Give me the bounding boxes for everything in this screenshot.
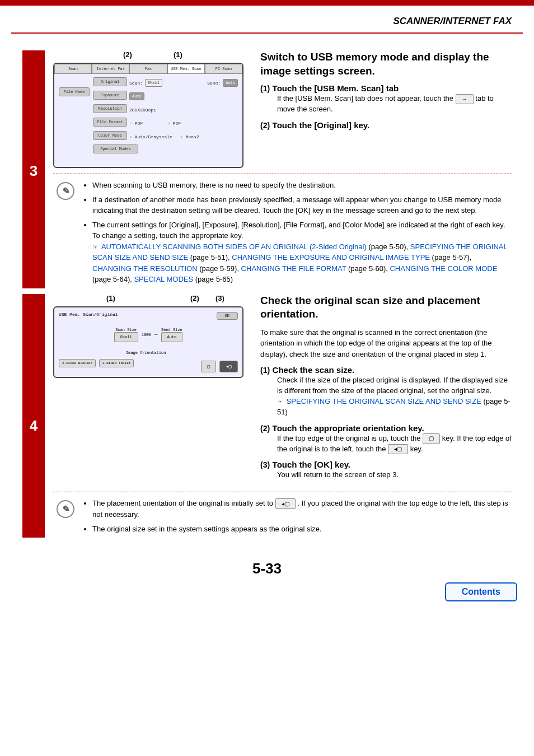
step4-title: Check the original scan size and placeme… [260, 294, 512, 321]
reference-icon: ☞ [277, 398, 283, 405]
callout-2: (2) [190, 294, 199, 302]
step3-title: Switch to USB memory mode and display th… [260, 50, 512, 78]
arrow-right-icon: → [456, 94, 474, 105]
orientation-up-icon: ▢ [423, 433, 440, 444]
callout-1: (1) [106, 294, 115, 302]
link-scan-send-size[interactable]: SPECIFYING THE ORIGINAL SCAN SIZE AND SE… [287, 397, 481, 405]
send-value: Auto [223, 79, 238, 87]
send-label: Send: [207, 81, 221, 86]
exposure-value: Auto [129, 92, 144, 100]
link-fileformat[interactable]: CHANGING THE FILE FORMAT [241, 264, 346, 273]
step4-sub1-title: Check the scan size. [273, 365, 355, 375]
original-panel: USB Mem. Scan/Original OK Scan Size 8½x1… [53, 306, 243, 378]
note-item: The original size set in the system sett… [92, 524, 512, 535]
step3-sub1-text-a: If the [USB Mem. Scan] tab does not appe… [277, 94, 456, 102]
color-mode-button[interactable]: Color Mode [93, 131, 127, 140]
top-red-bar [0, 0, 534, 6]
link-resolution[interactable]: CHANGING THE RESOLUTION [92, 264, 198, 273]
color-mode-2: Mono2 [185, 134, 199, 139]
step4-sub3-text: You will return to the screen of step 3. [277, 470, 512, 480]
step3-sub2-title: Touch the [Original] key. [273, 120, 370, 130]
step-3: 3 (2) (1) Scan Internet Fax Fax USB Mem.… [22, 50, 512, 288]
2sided-tablet-button[interactable]: 2-Sided Tablet [99, 359, 134, 367]
tab-fax[interactable]: Fax [129, 64, 167, 73]
orientation-left-icon: ◂▢ [275, 498, 296, 509]
reference-icon: ☞ [92, 244, 98, 250]
section-header: SCANNER/INTERNET FAX [0, 6, 534, 30]
scan-label: Scan: [129, 81, 143, 86]
note-item: The placement orientation of the origina… [92, 498, 512, 520]
note-item: The current settings for [Original], [Ex… [92, 220, 512, 285]
color-mode-1: Auto/Grayscale [135, 134, 172, 139]
original-button[interactable]: Original [93, 77, 127, 86]
usb-scan-panel: Scan Internet Fax Fax USB Mem. Scan PC S… [53, 63, 243, 168]
note-item: When scanning to USB memory, there is no… [92, 180, 512, 191]
step4-sub3-title: Touch the [OK] key. [273, 460, 350, 469]
file-format-2: PDF [173, 121, 181, 126]
link-exposure[interactable]: CHANGING THE EXPOSURE AND ORIGINAL IMAGE… [232, 253, 430, 262]
scan-size-button[interactable]: 8½x11 [114, 332, 138, 342]
step4-sub2-a: If the top edge of the original is up, t… [277, 434, 423, 442]
step3-notes: When scanning to USB memory, there is no… [82, 180, 512, 288]
orientation-left-button[interactable]: ◂▢ [219, 361, 238, 372]
link-colormode[interactable]: CHANGING THE COLOR MODE [390, 264, 497, 273]
step4-intro: To make sure that the original is scanne… [260, 327, 512, 360]
dashed-divider [53, 492, 512, 492]
file-format-1: PDF [135, 121, 143, 126]
panel2-callouts: (1) (2) (3) [53, 294, 243, 304]
file-format-button[interactable]: File Format [93, 118, 127, 127]
panel-callouts: (2) (1) [53, 50, 243, 60]
note-icon: ✎ [54, 180, 76, 202]
tab-usb-mem-scan[interactable]: USB Mem. Scan [167, 64, 205, 73]
scan-size-label: Scan Size [114, 328, 138, 332]
step3-sub1-title: Touch the [USB Mem. Scan] tab [273, 83, 399, 93]
ok-button[interactable]: OK [217, 312, 238, 320]
dashed-divider [53, 174, 512, 174]
arrow-icon: → [154, 332, 158, 338]
step4-notes: The placement orientation of the origina… [82, 498, 512, 538]
step-number: 4 [22, 294, 45, 538]
orientation-label: Image Orientation [59, 351, 166, 355]
step4-sub2-c: key. [410, 445, 423, 453]
percent-label: 100% [142, 333, 151, 337]
resolution-button[interactable]: Resolution [93, 104, 127, 113]
step4-sub1-text: Check if the size of the placed original… [277, 376, 508, 395]
orientation-left-icon: ◂▢ [388, 444, 408, 455]
scan-value: 8½x11 [145, 79, 162, 87]
contents-button[interactable]: Contents [445, 582, 517, 601]
link-2sided[interactable]: AUTOMATICALLY SCANNING BOTH SIDES OF AN … [101, 242, 367, 251]
send-size-label: Send Size [161, 328, 183, 332]
step-number: 3 [22, 50, 45, 288]
2sided-booklet-button[interactable]: 2-Sided Booklet [59, 359, 96, 367]
exposure-button[interactable]: Exposure [93, 91, 127, 100]
step3-sub1-num: (1) [260, 84, 270, 93]
step4-sub3-num: (3) [260, 460, 270, 469]
special-modes-button[interactable]: Special Modes [93, 144, 138, 153]
step3-sub2-num: (2) [260, 121, 270, 130]
tab-internet-fax[interactable]: Internet Fax [92, 64, 129, 73]
step-4: 4 (1) (2) (3) USB Mem. Scan/Original OK [22, 294, 512, 538]
note-item: If a destination of another mode has bee… [92, 194, 512, 216]
callout-1: (1) [174, 50, 182, 59]
step4-sub2-title: Touch the appropriate orientation key. [273, 423, 424, 433]
callout-2: (2) [123, 50, 132, 59]
panel2-title: USB Mem. Scan/Original [59, 312, 118, 317]
tab-pc-scan[interactable]: PC Scan [205, 64, 242, 73]
step4-sub1-num: (1) [260, 366, 270, 375]
step4-sub2-num: (2) [260, 424, 270, 433]
note-icon: ✎ [54, 498, 76, 520]
page-number: 5-33 [0, 560, 534, 577]
tab-scan[interactable]: Scan [54, 64, 92, 73]
orientation-up-button[interactable]: ▢ [201, 361, 216, 372]
resolution-value: 200X200dpi [129, 108, 156, 113]
panel-tabs: Scan Internet Fax Fax USB Mem. Scan PC S… [54, 64, 242, 74]
link-specialmodes[interactable]: SPECIAL MODES [134, 275, 193, 283]
file-name-button[interactable]: File Name [59, 87, 90, 96]
callout-3: (3) [216, 294, 224, 302]
send-size-button[interactable]: Auto [161, 332, 183, 342]
